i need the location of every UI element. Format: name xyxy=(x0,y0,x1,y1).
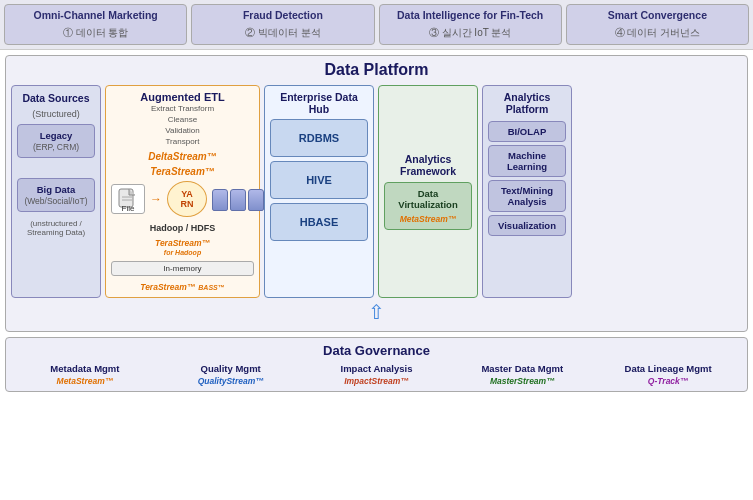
enterprise-hub-panel: Enterprise Data Hub RDBMS HIVE HBASE xyxy=(264,85,374,298)
etl-inner: File → YARN Hadoop / HDFS xyxy=(111,181,254,292)
gov-metadata: Metadata Mgmt MetaStream™ xyxy=(14,363,156,386)
bigdata-source: Big Data (Web/Social/IoT) xyxy=(17,178,95,212)
governance-arrow: ⇧ xyxy=(11,300,742,324)
governance-items: Metadata Mgmt MetaStream™ Quality Mgmt Q… xyxy=(14,363,739,386)
analytics-framework-panel: Analytics Framework Data Virtualization … xyxy=(378,85,478,298)
hive-box: HIVE xyxy=(270,161,368,199)
rdbms-box: RDBMS xyxy=(270,119,368,157)
gov-master: Master Data Mgmt MasterStream™ xyxy=(451,363,593,386)
ap-textmining: Text/Mining Analysis xyxy=(488,180,566,212)
analytics-platform-panel: Analytics Platform BI/OLAP Machine Learn… xyxy=(482,85,572,298)
gov-quality: Quality Mgmt QualityStream™ xyxy=(160,363,302,386)
file-icon: File xyxy=(111,184,145,214)
hbase-box: HBASE xyxy=(270,203,368,241)
etl-inmemory-row: In-memory xyxy=(111,261,254,276)
ap-biolap: BI/OLAP xyxy=(488,121,566,142)
data-sources-panel: Data Sources (Structured) Legacy (ERP, C… xyxy=(11,85,101,298)
legacy-source: Legacy (ERP, CRM) xyxy=(17,124,95,158)
governance-title: Data Governance xyxy=(14,343,739,358)
gov-impact: Impact Analysis ImpactStream™ xyxy=(306,363,448,386)
etl-file-row: File → YARN xyxy=(111,181,254,217)
data-virtualization-box: Data Virtualization MetaStream™ xyxy=(384,182,472,230)
deltastream-brand: DeltaStream™ xyxy=(148,151,216,162)
use-case-3: Data Intelligence for Fin-Tech ③ 실시간 IoT… xyxy=(379,4,562,45)
use-case-4: Smart Convergence ④ 데이터 거버넌스 xyxy=(566,4,749,45)
hdfs-cylinders xyxy=(212,189,264,211)
augmented-etl-panel: Augmented ETL Extract Transform Cleanse … xyxy=(105,85,260,298)
use-cases-bar: Omni-Channel Marketing ① 데이터 통합 Fraud De… xyxy=(0,0,753,50)
gov-lineage: Data Lineage Mgmt Q-Track™ xyxy=(597,363,739,386)
platform-title: Data Platform xyxy=(11,61,742,79)
use-case-1: Omni-Channel Marketing ① 데이터 통합 xyxy=(4,4,187,45)
governance-section: Data Governance Metadata Mgmt MetaStream… xyxy=(5,337,748,392)
platform-section: Data Platform Data Sources (Structured) … xyxy=(5,55,748,332)
platform-body: Data Sources (Structured) Legacy (ERP, C… xyxy=(11,85,742,298)
ap-viz: Visualization xyxy=(488,215,566,236)
use-case-2: Fraud Detection ② 빅데이터 분석 xyxy=(191,4,374,45)
inmemory-box: In-memory xyxy=(111,261,254,276)
hadoop-icon: YARN xyxy=(167,181,207,217)
ap-ml: Machine Learning xyxy=(488,145,566,177)
terastream-brand: TeraStream™ xyxy=(150,166,215,177)
